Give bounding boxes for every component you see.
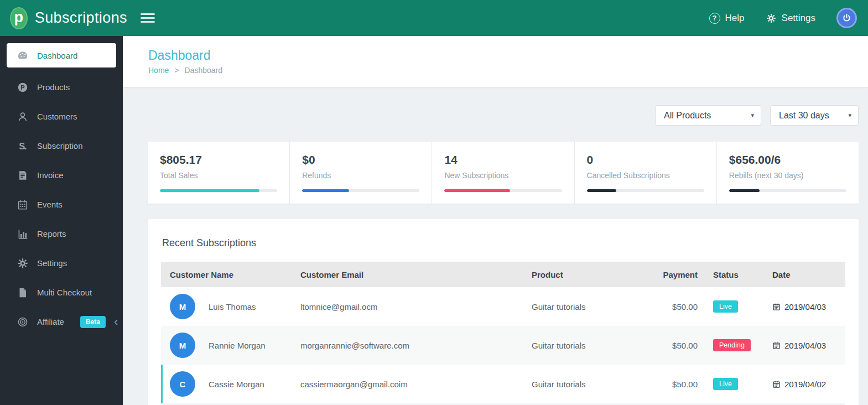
sidebar-item-invoice[interactable]: Invoice (0, 160, 123, 190)
customer-name: Luis Thomas (209, 302, 256, 311)
product-filter-select[interactable]: All Products ▾ (655, 105, 761, 126)
caret-down-icon: ▾ (751, 112, 754, 119)
progress-track (302, 189, 419, 192)
customer-name: Cassie Morgan (209, 380, 264, 389)
table-row[interactable]: M Rannie Morgan morganrannie@software.co… (161, 326, 845, 365)
target-icon (17, 316, 29, 328)
dashboard-content: All Products ▾ Last 30 days ▾ $805.17 To… (123, 87, 868, 405)
calendar-icon (772, 380, 781, 388)
payment-amount: $50.00 (659, 341, 698, 350)
sidebar-item-events[interactable]: Events (0, 190, 123, 219)
stats-cards-row: $805.17 Total Sales $0 Refunds 14 New Su… (148, 142, 859, 204)
letter-s-icon: S (17, 140, 29, 152)
file-icon (17, 287, 29, 299)
brand[interactable]: p Subscriptions (0, 7, 127, 29)
settings-button[interactable]: Settings (766, 13, 815, 24)
stat-label: Total Sales (160, 171, 277, 180)
progress-fill (444, 189, 510, 192)
page-title: Dashboard (148, 48, 868, 63)
status-badge: Pending (713, 339, 751, 351)
calendar-icon (772, 303, 781, 311)
customer-email: ltomnice@gmail.ocm (300, 302, 532, 311)
date-value: 2019/04/03 (784, 341, 826, 350)
hamburger-icon (141, 13, 155, 23)
sidebar-item-label: Subscription (37, 141, 83, 150)
stat-card-new-subscriptions: 14 New Subscriptions (432, 142, 574, 204)
dashboard-gauge-icon (17, 49, 29, 61)
stat-value: 14 (444, 153, 562, 167)
sidebar-item-affiliate[interactable]: Affiliate Beta ‹ (0, 307, 123, 336)
sidebar-item-label: Dashboard (37, 51, 77, 60)
svg-text:P: P (20, 84, 24, 91)
logout-power-button[interactable] (836, 8, 857, 28)
calendar-icon (772, 341, 781, 350)
sidebar-item-products[interactable]: P Products (0, 72, 123, 102)
sidebar-item-multi-checkout[interactable]: Multi Checkout (0, 278, 123, 307)
power-icon (842, 13, 851, 23)
topbar-actions: ? Help Settings (709, 8, 868, 28)
customer-name: Rannie Morgan (209, 341, 266, 350)
product-filter-value: All Products (664, 111, 711, 121)
help-label: Help (725, 13, 745, 24)
main-content: Dashboard Home > Dashboard All Products … (123, 36, 868, 405)
svg-text:S: S (19, 141, 25, 150)
sidebar-item-customers[interactable]: Customers (0, 102, 123, 131)
date-value: 2019/04/03 (784, 302, 826, 311)
status-badge: Live (713, 378, 738, 390)
sidebar-item-label: Invoice (37, 170, 64, 180)
gear-icon (766, 13, 777, 24)
sidebar-item-subscription[interactable]: S Subscription (0, 131, 123, 160)
stat-card-cancelled-subscriptions: 0 Cancelled Subscriptions (575, 142, 717, 204)
stat-card-rebills: $656.00/6 Rebills (next 30 days) (717, 142, 859, 204)
sidebar-item-label: Products (37, 82, 70, 92)
sidebar-item-reports[interactable]: Reports (0, 219, 123, 248)
help-button[interactable]: ? Help (709, 13, 745, 24)
date-range-value: Last 30 days (779, 111, 829, 121)
breadcrumb: Home > Dashboard (148, 66, 868, 75)
column-header-status: Status (698, 270, 772, 279)
date-range-select[interactable]: Last 30 days ▾ (770, 105, 859, 126)
table-header-row: Customer Name Customer Email Product Pay… (161, 262, 845, 287)
sidebar-item-settings[interactable]: Settings (0, 248, 123, 278)
date-cell: 2019/04/03 (772, 341, 845, 350)
stat-label: Refunds (302, 171, 419, 180)
status-badge: Live (713, 300, 738, 313)
progress-fill (160, 189, 259, 192)
settings-label: Settings (782, 13, 815, 24)
column-header-date: Date (772, 270, 845, 279)
stat-value: $656.00/6 (729, 153, 846, 167)
help-icon: ? (709, 13, 720, 24)
progress-track (587, 189, 704, 192)
recent-subscriptions-panel: Recent Subscriptions Customer Name Custo… (148, 219, 859, 405)
stat-value: $805.17 (160, 153, 277, 167)
sidebar-item-label: Settings (37, 258, 67, 268)
product-circle-p-icon: P (17, 81, 29, 94)
chevron-left-icon[interactable]: ‹ (114, 316, 118, 328)
topbar: p Subscriptions ? Help Settings (0, 0, 868, 36)
column-header-customer-name: Customer Name (163, 270, 300, 279)
payment-amount: $50.00 (659, 302, 698, 311)
product-name: Guitar tutorials (532, 341, 659, 350)
stat-value: $0 (302, 153, 419, 167)
sidebar-item-label: Events (37, 200, 63, 209)
stat-value: 0 (587, 153, 704, 167)
table-row[interactable]: C Cassie Morgan cassiermaorgan@gmail.coi… (161, 365, 845, 403)
progress-track (160, 189, 277, 192)
stat-label: New Subscriptions (444, 171, 562, 180)
sidebar-item-dashboard[interactable]: Dashboard (7, 43, 116, 68)
sidebar-item-label: Reports (37, 229, 66, 238)
product-name: Guitar tutorials (532, 302, 659, 311)
sidebar-item-label: Customers (37, 112, 77, 121)
breadcrumb-current: Dashboard (185, 66, 223, 75)
column-header-payment: Payment (659, 270, 698, 279)
menu-toggle-button[interactable] (137, 8, 158, 28)
sidebar: Dashboard P Products Customers S Subscri… (0, 36, 123, 405)
progress-fill (587, 189, 616, 192)
table-row[interactable]: M Luis Thomas ltomnice@gmail.ocm Guitar … (161, 287, 845, 326)
avatar: C (170, 371, 195, 397)
panel-title: Recent Subscriptions (162, 237, 845, 249)
breadcrumb-home-link[interactable]: Home (148, 66, 169, 75)
progress-track (444, 189, 562, 192)
brand-name: Subscriptions (35, 9, 127, 27)
person-icon (17, 111, 29, 123)
